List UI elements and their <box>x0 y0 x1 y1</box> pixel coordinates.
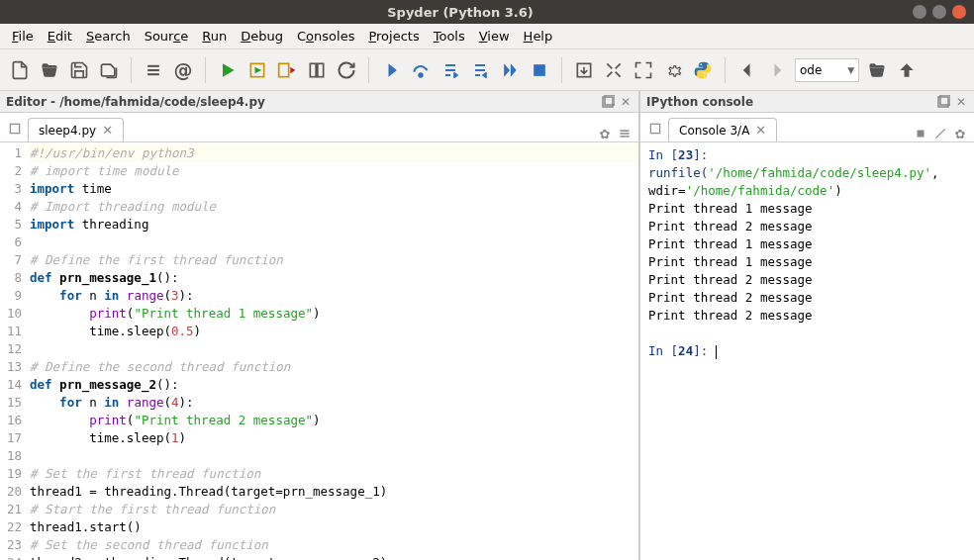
editor-menu-icon[interactable] <box>617 126 633 141</box>
import-icon[interactable] <box>572 58 596 82</box>
close-tab-icon[interactable]: ✕ <box>102 123 113 138</box>
toolbar: @ ode ▼ <box>0 49 974 91</box>
rerun-icon[interactable] <box>335 58 358 82</box>
console-tab[interactable]: Console 3/A ✕ <box>668 118 777 141</box>
console-options-icon[interactable]: ✿ <box>952 126 968 141</box>
menu-projects[interactable]: Projects <box>362 26 425 47</box>
svg-rect-19 <box>918 131 925 138</box>
menubar: File Edit Search Source Run Debug Consol… <box>0 24 974 49</box>
svg-rect-6 <box>318 63 324 76</box>
svg-rect-5 <box>310 63 316 76</box>
toolbar-separator <box>368 57 369 83</box>
main-area: Editor - /home/fahmida/code/sleep4.py ✕ … <box>0 91 974 560</box>
console-tab-row: Console 3/A ✕ ✿ <box>640 113 974 142</box>
at-icon[interactable]: @ <box>171 58 195 82</box>
clear-console-icon[interactable] <box>932 126 948 141</box>
preferences-icon[interactable] <box>661 58 685 82</box>
interrupt-kernel-icon[interactable] <box>913 126 928 141</box>
window-titlebar: Spyder (Python 3.6) <box>0 0 974 24</box>
toolbar-separator <box>131 57 132 83</box>
console-switcher-icon[interactable] <box>646 116 664 141</box>
toolbar-separator <box>725 57 726 83</box>
console-tab-label: Console 3/A <box>679 124 749 138</box>
close-pane-icon[interactable]: ✕ <box>619 95 633 109</box>
debug-step-in-icon[interactable] <box>438 58 462 82</box>
parent-dir-icon[interactable] <box>895 58 919 82</box>
code-area[interactable]: #!/usr/bin/env python3# import time modu… <box>28 142 638 560</box>
working-dir-select[interactable]: ode ▼ <box>795 58 859 82</box>
new-file-icon[interactable] <box>8 58 32 82</box>
undock-icon[interactable] <box>601 95 615 109</box>
file-switcher-icon[interactable] <box>6 116 24 141</box>
svg-rect-8 <box>534 64 545 76</box>
menu-help[interactable]: Help <box>518 26 559 47</box>
menu-view[interactable]: View <box>473 26 516 47</box>
run-cell-advance-icon[interactable] <box>275 58 299 82</box>
editor-pane-title: Editor - /home/fahmida/code/sleep4.py <box>6 95 265 109</box>
console-pane: IPython console ✕ Console 3/A ✕ ✿ In [23… <box>640 91 974 560</box>
menu-tools[interactable]: Tools <box>428 26 471 47</box>
svg-point-7 <box>419 73 422 76</box>
list-icon[interactable] <box>142 58 165 82</box>
console-pane-header: IPython console ✕ <box>640 91 974 113</box>
debug-stop-icon[interactable] <box>528 58 551 82</box>
menu-file[interactable]: File <box>6 26 40 47</box>
python-path-icon[interactable] <box>691 58 715 82</box>
editor-pane: Editor - /home/fahmida/code/sleep4.py ✕ … <box>0 91 640 560</box>
undock-console-icon[interactable] <box>936 95 950 109</box>
editor-tab[interactable]: sleep4.py ✕ <box>28 118 124 141</box>
fullscreen-icon[interactable] <box>632 58 655 82</box>
close-console-tab-icon[interactable]: ✕ <box>755 123 766 138</box>
debug-step-icon[interactable] <box>379 58 403 82</box>
menu-source[interactable]: Source <box>139 26 195 47</box>
window-minimize-button[interactable] <box>913 5 926 19</box>
svg-rect-12 <box>10 124 19 133</box>
svg-rect-4 <box>279 63 289 76</box>
code-editor[interactable]: 1234567891011121314151617181920212223242… <box>0 142 638 560</box>
debug-continue-icon[interactable] <box>498 58 522 82</box>
window-close-button[interactable] <box>952 5 966 19</box>
debug-step-over-icon[interactable] <box>409 58 433 82</box>
window-maximize-button[interactable] <box>932 5 946 19</box>
run-icon[interactable] <box>216 58 240 82</box>
forward-icon[interactable] <box>765 58 789 82</box>
menu-search[interactable]: Search <box>80 26 137 47</box>
editor-options-icon[interactable]: ✿ <box>597 126 613 141</box>
browse-dir-icon[interactable] <box>865 58 889 82</box>
editor-pane-header: Editor - /home/fahmida/code/sleep4.py ✕ <box>0 91 638 113</box>
window-controls <box>913 5 966 19</box>
console-output[interactable]: In [23]: runfile('/home/fahmida/code/sle… <box>640 142 974 560</box>
maximize-pane-icon[interactable] <box>602 58 626 82</box>
line-gutter: 1234567891011121314151617181920212223242… <box>0 142 28 560</box>
run-cell-icon[interactable] <box>245 58 269 82</box>
working-dir-value: ode <box>800 63 822 77</box>
toolbar-separator <box>205 57 206 83</box>
open-file-icon[interactable] <box>38 58 61 82</box>
back-icon[interactable] <box>735 58 759 82</box>
menu-edit[interactable]: Edit <box>42 26 78 47</box>
editor-tab-label: sleep4.py <box>39 124 96 138</box>
window-title: Spyder (Python 3.6) <box>8 5 913 20</box>
toolbar-separator <box>561 57 562 83</box>
console-pane-title: IPython console <box>646 95 753 109</box>
chevron-down-icon: ▼ <box>847 65 854 75</box>
run-selection-icon[interactable] <box>305 58 329 82</box>
save-all-icon[interactable] <box>97 58 121 82</box>
save-icon[interactable] <box>67 58 91 82</box>
menu-debug[interactable]: Debug <box>235 26 289 47</box>
debug-step-out-icon[interactable] <box>468 58 492 82</box>
editor-tab-row: sleep4.py ✕ ✿ <box>0 113 638 142</box>
close-console-pane-icon[interactable]: ✕ <box>954 95 968 109</box>
menu-consoles[interactable]: Consoles <box>291 26 360 47</box>
svg-rect-18 <box>650 124 659 133</box>
menu-run[interactable]: Run <box>196 26 233 47</box>
